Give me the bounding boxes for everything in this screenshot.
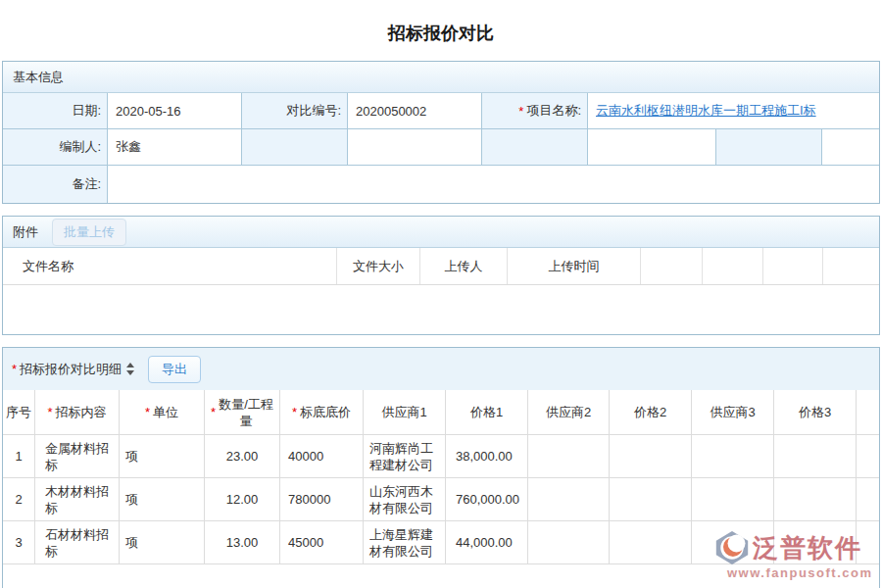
compare-no-label: 对比编号: (242, 93, 348, 128)
cell-supplier1: 上海星辉建材有限公司 (364, 521, 446, 564)
cell-supplier2 (528, 435, 610, 477)
col-label: 序号 (6, 404, 31, 420)
col-supplier3: 供应商3 (692, 390, 774, 434)
basic-info-title: 基本信息 (13, 69, 64, 86)
col-label: 价格3 (799, 404, 831, 420)
sort-arrows-icon[interactable] (126, 363, 134, 375)
col-label: 招标内容 (56, 404, 107, 420)
empty-label-cell (716, 129, 822, 165)
col-empty (763, 248, 823, 284)
cell-bid-content: 木材材料招标 (35, 478, 120, 520)
cell-quantity: 13.00 (205, 521, 280, 564)
project-name-link[interactable]: 云南水利枢纽潜明水库一期工程施工I标 (596, 102, 816, 120)
col-empty (641, 248, 703, 284)
sort-up-icon (126, 363, 134, 368)
col-label: 单位 (153, 404, 178, 420)
cell-supplier3 (692, 478, 774, 520)
cell-unit: 项 (120, 521, 205, 564)
export-button[interactable]: 导出 (148, 356, 201, 383)
col-label: 供应商1 (381, 404, 426, 420)
basic-info-row-3: 备注: (3, 166, 879, 203)
required-mark: * (292, 404, 297, 420)
cell-quantity: 23.00 (205, 435, 280, 477)
basic-info-row-2: 编制人: 张鑫 (3, 129, 879, 166)
details-section-header: * 招标报价对比明细 导出 (3, 348, 879, 390)
cell-price2 (610, 521, 692, 564)
compare-no-value: 2020050002 (348, 93, 482, 128)
cell-unit: 项 (120, 478, 205, 520)
cell-seq: 2 (3, 478, 35, 520)
table-row: 1 金属材料招标 项 23.00 40000 河南辉尚工程建材公司 38,000… (3, 435, 879, 478)
project-name-label-text: 项目名称: (526, 102, 581, 120)
cell-price2 (610, 435, 692, 477)
col-label: 供应商2 (546, 404, 591, 420)
attachments-empty-body (3, 285, 879, 334)
cell-bid-content: 石材材料招标 (35, 521, 120, 564)
page-title: 招标报价对比 (0, 0, 882, 61)
bid-quote-compare-page: 招标报价对比 基本信息 日期: 2020-05-16 对比编号: 2020050… (0, 0, 882, 588)
col-unit: * 单位 (120, 390, 205, 434)
sort-down-icon (126, 370, 134, 375)
brand-name: 泛普软件 (753, 531, 862, 565)
empty-label-cell (242, 129, 348, 165)
cell-empty (857, 478, 879, 520)
col-supplier1: 供应商1 (364, 390, 446, 434)
col-label: 供应商3 (710, 404, 755, 420)
cell-price1: 44,000.00 (446, 521, 528, 564)
cell-base-price: 40000 (280, 435, 364, 477)
cell-supplier1: 山东河西木材有限公司 (364, 478, 446, 520)
remark-label: 备注: (3, 166, 108, 203)
attachments-table-header: 文件名称 文件大小 上传人 上传时间 (3, 248, 879, 285)
empty-value-cell (588, 129, 716, 165)
col-file-size: 文件大小 (337, 248, 420, 284)
remark-value (108, 166, 879, 203)
col-seq: 序号 (3, 390, 35, 434)
cell-seq: 1 (3, 435, 35, 477)
basic-info-row-1: 日期: 2020-05-16 对比编号: 2020050002 * 项目名称: … (3, 93, 879, 129)
cell-seq: 3 (3, 521, 35, 564)
col-upload-time: 上传时间 (508, 248, 641, 284)
col-quantity: * 数量/工程量 (205, 390, 280, 434)
col-empty (857, 390, 879, 434)
empty-value-cell (822, 129, 879, 165)
creator-value: 张鑫 (108, 129, 242, 165)
required-mark: * (145, 404, 150, 420)
required-mark: * (47, 404, 52, 420)
details-title: 招标报价对比明细 (20, 361, 122, 378)
project-name-label: * 项目名称: (482, 93, 588, 128)
col-base-price: * 标底底价 (280, 390, 364, 434)
cell-supplier2 (528, 478, 610, 520)
col-label: 价格1 (470, 404, 503, 420)
cell-supplier3 (692, 435, 774, 477)
cell-empty (857, 435, 879, 477)
cell-price3 (774, 435, 857, 477)
cell-base-price: 45000 (280, 521, 364, 564)
details-table-header: 序号 * 招标内容 * 单位 * 数量/工程量 * 标底底价 供应商1 (3, 390, 879, 435)
basic-info-section: 基本信息 日期: 2020-05-16 对比编号: 2020050002 * 项… (2, 61, 880, 204)
cell-price1: 760,000.00 (446, 478, 528, 520)
col-label: 标底底价 (300, 404, 351, 420)
cell-quantity: 12.00 (205, 478, 280, 520)
empty-value-cell (348, 129, 482, 165)
creator-label: 编制人: (3, 129, 108, 165)
cell-supplier2 (528, 521, 610, 564)
batch-upload-button[interactable]: 批量上传 (52, 219, 126, 246)
col-price2: 价格2 (610, 390, 692, 434)
cell-price1: 38,000.00 (446, 435, 528, 477)
fanpu-watermark: 泛普软件 www.fanpusoft.com (713, 530, 878, 580)
cell-price2 (610, 478, 692, 520)
basic-info-section-header: 基本信息 (3, 62, 879, 93)
brand-website: www.fanpusoft.com (713, 565, 878, 580)
attachments-title: 附件 (13, 223, 38, 241)
col-price3: 价格3 (774, 390, 857, 434)
required-mark: * (211, 404, 216, 420)
col-file-name: 文件名称 (3, 248, 337, 284)
col-bid-content: * 招标内容 (35, 390, 120, 434)
col-uploader: 上传人 (420, 248, 508, 284)
cell-supplier1: 河南辉尚工程建材公司 (364, 435, 446, 477)
col-supplier2: 供应商2 (528, 390, 610, 434)
cell-bid-content: 金属材料招标 (35, 435, 120, 477)
fanpu-logo-row: 泛普软件 (713, 530, 878, 565)
attachments-section: 附件 批量上传 文件名称 文件大小 上传人 上传时间 (2, 216, 880, 335)
col-label: 数量/工程量 (219, 396, 273, 429)
